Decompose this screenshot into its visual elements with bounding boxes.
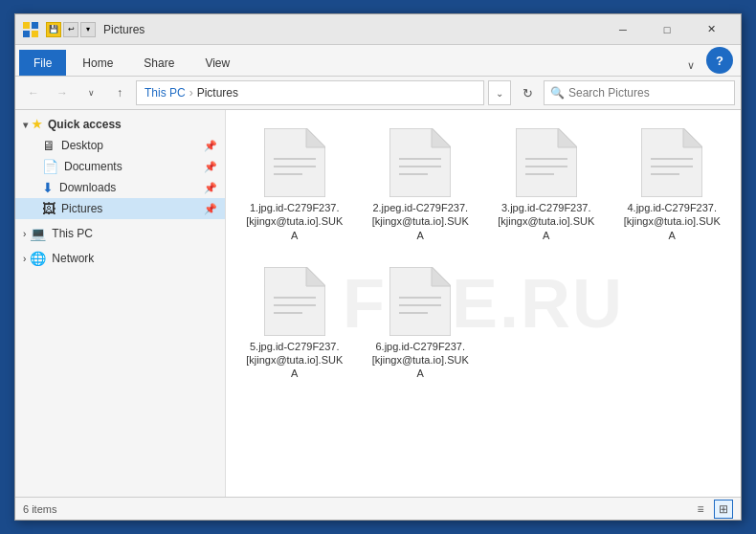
file-label: 1.jpg.id-C279F237.[kjingx@tuta.io].SUKA: [244, 201, 345, 242]
this-pc-section: › 💻 This PC: [15, 223, 225, 244]
quick-access-section: ▾ ★ Quick access 🖥 Desktop 📌 📄 Documents…: [15, 114, 225, 219]
files-grid: 1.jpg.id-C279F237.[kjingx@tuta.io].SUKA …: [237, 122, 729, 388]
nav-dropdown-button[interactable]: ∨: [78, 80, 103, 105]
desktop-label: Desktop: [61, 139, 103, 152]
file-item[interactable]: 2.jpeg.id-C279F237.[kjingx@tuta.io].SUKA: [364, 122, 478, 249]
network-label: Network: [52, 252, 94, 265]
qat-dropdown[interactable]: ▾: [80, 22, 96, 37]
sidebar-item-downloads[interactable]: ⬇ Downloads 📌: [15, 177, 225, 198]
file-item[interactable]: 5.jpg.id-C279F237.[kjingx@tuta.io].SUKA: [237, 260, 352, 388]
path-pictures: Pictures: [197, 86, 238, 100]
qat-undo[interactable]: ↩: [63, 22, 78, 37]
pictures-icon: 🖼: [42, 201, 56, 216]
ribbon-tabs: File Home Share View ∨ ?: [15, 45, 741, 76]
network-expand-icon: ›: [23, 254, 26, 264]
minimize-button[interactable]: ─: [601, 14, 645, 45]
close-button[interactable]: ✕: [689, 14, 733, 45]
status-bar: 6 items ≡ ⊞: [15, 497, 741, 520]
file-item[interactable]: 3.jpg.id-C279F237.[kjingx@tuta.io].SUKA: [489, 122, 604, 249]
up-button[interactable]: ↑: [107, 80, 132, 105]
back-button[interactable]: ←: [21, 80, 46, 105]
help-button[interactable]: ?: [706, 47, 733, 74]
tab-file[interactable]: File: [19, 50, 66, 76]
search-box: 🔍: [544, 80, 735, 105]
file-icon: [264, 267, 325, 336]
file-item[interactable]: 4.jpg.id-C279F237.[kjingx@tuta.io].SUKA: [615, 122, 730, 249]
sidebar-item-documents[interactable]: 📄 Documents 📌: [15, 156, 225, 177]
desktop-pin-icon: 📌: [204, 140, 217, 152]
quick-access-expand-icon: ▾: [23, 120, 28, 130]
view-controls: ≡ ⊞: [691, 500, 733, 519]
sidebar-item-desktop[interactable]: 🖥 Desktop 📌: [15, 135, 225, 156]
item-count: 6 items: [23, 503, 56, 515]
desktop-icon: 🖥: [42, 138, 56, 153]
this-pc-label: This PC: [52, 227, 93, 240]
svg-marker-5: [306, 128, 325, 147]
downloads-icon: ⬇: [42, 180, 54, 195]
ribbon: File Home Share View ∨ ?: [15, 45, 741, 77]
svg-rect-2: [23, 31, 30, 37]
address-bar: ← → ∨ ↑ This PC › Pictures ⌄ ↻ 🔍: [15, 77, 741, 110]
file-icon: [641, 128, 702, 197]
tab-view[interactable]: View: [190, 50, 244, 76]
downloads-label: Downloads: [59, 181, 116, 194]
forward-button[interactable]: →: [50, 80, 75, 105]
this-pc-icon: 💻: [30, 226, 46, 241]
svg-marker-30: [432, 267, 451, 286]
address-dropdown-button[interactable]: ⌄: [488, 80, 511, 105]
sidebar: ▾ ★ Quick access 🖥 Desktop 📌 📄 Documents…: [15, 110, 226, 497]
path-separator-1: ›: [189, 86, 193, 100]
file-icon: [516, 128, 577, 197]
window-title: Pictures: [103, 23, 601, 36]
pictures-pin-icon: 📌: [204, 203, 217, 215]
file-item[interactable]: 1.jpg.id-C279F237.[kjingx@tuta.io].SUKA: [237, 122, 352, 249]
file-icon: [264, 128, 325, 197]
downloads-pin-icon: 📌: [204, 182, 217, 194]
search-input[interactable]: [568, 86, 728, 100]
sidebar-item-pictures[interactable]: 🖼 Pictures 📌: [15, 198, 225, 219]
file-area: FILE.RU 1.jpg.id-C279F237.[kjingx@tuta.i…: [226, 110, 741, 497]
file-label: 3.jpg.id-C279F237.[kjingx@tuta.io].SUKA: [496, 201, 597, 242]
tab-share[interactable]: Share: [129, 50, 189, 76]
app-icon: [23, 22, 38, 37]
quick-access-toolbar: 💾 ↩ ▾: [46, 22, 96, 37]
svg-marker-10: [432, 128, 451, 147]
file-icon: [389, 128, 451, 197]
sidebar-item-network[interactable]: › 🌐 Network: [15, 248, 225, 269]
svg-rect-3: [32, 31, 38, 37]
network-icon: 🌐: [30, 251, 46, 266]
maximize-button[interactable]: □: [645, 14, 689, 45]
quick-access-star-icon: ★: [32, 118, 42, 131]
svg-marker-15: [558, 128, 577, 147]
qat-save[interactable]: 💾: [46, 22, 61, 37]
quick-access-label: Quick access: [48, 118, 122, 131]
svg-rect-1: [32, 22, 38, 29]
file-icon: [389, 267, 451, 336]
list-view-button[interactable]: ≡: [691, 500, 710, 519]
search-icon: 🔍: [550, 86, 565, 100]
tab-home[interactable]: Home: [68, 50, 127, 76]
file-label: 6.jpg.id-C279F237.[kjingx@tuta.io].SUKA: [370, 340, 472, 381]
grid-view-button[interactable]: ⊞: [714, 500, 733, 519]
address-path[interactable]: This PC › Pictures: [136, 80, 484, 105]
documents-label: Documents: [64, 160, 122, 173]
svg-rect-0: [23, 22, 30, 29]
pictures-label: Pictures: [61, 202, 102, 215]
file-item[interactable]: 6.jpg.id-C279F237.[kjingx@tuta.io].SUKA: [364, 260, 478, 388]
svg-marker-25: [306, 267, 325, 286]
quick-access-header[interactable]: ▾ ★ Quick access: [15, 114, 225, 135]
file-label: 4.jpg.id-C279F237.[kjingx@tuta.io].SUKA: [622, 201, 723, 242]
this-pc-expand-icon: ›: [23, 229, 26, 239]
ribbon-collapse-button[interactable]: ∨: [679, 56, 702, 76]
file-label: 5.jpg.id-C279F237.[kjingx@tuta.io].SUKA: [244, 340, 345, 381]
path-this-pc: This PC: [145, 86, 186, 100]
title-bar: 💾 ↩ ▾ Pictures ─ □ ✕: [15, 14, 741, 45]
title-bar-icons: [23, 22, 38, 37]
main-content: ▾ ★ Quick access 🖥 Desktop 📌 📄 Documents…: [15, 110, 741, 497]
refresh-button[interactable]: ↻: [515, 80, 540, 105]
window-controls: ─ □ ✕: [601, 14, 733, 45]
documents-pin-icon: 📌: [204, 161, 217, 173]
documents-icon: 📄: [42, 159, 58, 174]
sidebar-item-this-pc[interactable]: › 💻 This PC: [15, 223, 225, 244]
network-section: › 🌐 Network: [15, 248, 225, 269]
